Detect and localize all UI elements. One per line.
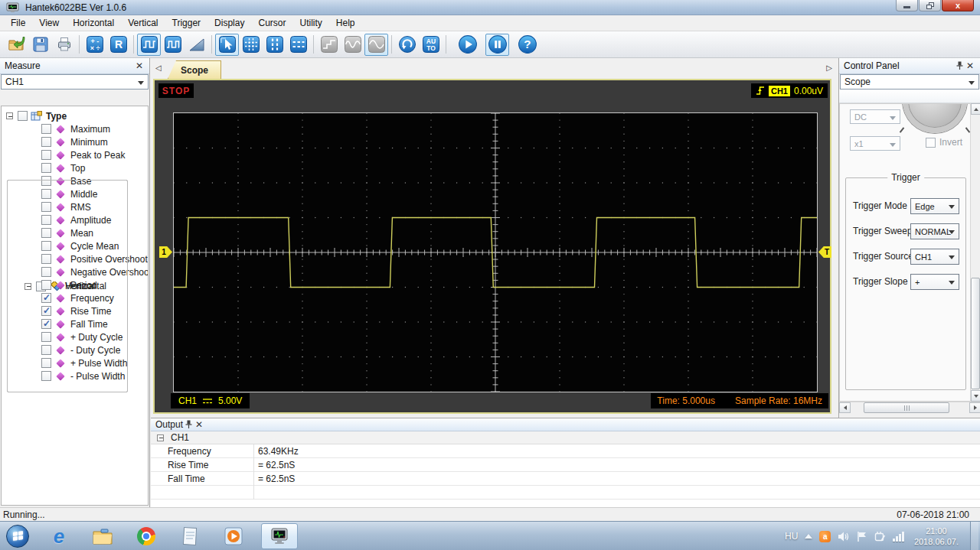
menu-file[interactable]: File [4,16,32,30]
start-button[interactable] [456,34,479,56]
output-pin-button[interactable] [183,419,194,430]
waveform-plot[interactable]: 1 T [173,112,818,392]
measure-checkbox[interactable] [41,137,51,147]
measure-checkbox[interactable] [41,280,51,290]
sine-interpolation-button[interactable] [364,34,388,56]
measure-checkbox[interactable] [41,332,51,342]
measure-checkbox[interactable] [41,345,51,355]
step-interpolation-button[interactable] [317,34,341,56]
measure-channel-select[interactable]: CH1 [1,74,149,89]
measure-checkbox[interactable] [41,358,51,368]
grid-cursor-button[interactable] [239,34,263,56]
tray-expand-icon[interactable] [805,534,812,539]
volume-icon[interactable] [838,531,850,542]
horizontal-scroll-thumb[interactable] [864,402,949,413]
expander-icon[interactable] [24,283,31,290]
menu-cursor[interactable]: Cursor [251,16,292,30]
network-signal-icon[interactable] [893,532,904,542]
trigger-level-marker[interactable]: T [818,246,831,258]
print-button[interactable] [52,34,76,56]
trigger-source-select[interactable]: CH1 [910,249,959,265]
control-panel-horizontal-scrollbar[interactable] [839,402,980,413]
measure-item[interactable]: Peak to Peak [2,148,148,161]
measure-item[interactable]: Maximum [2,122,148,135]
scroll-right-button[interactable] [969,402,980,413]
measure-checkbox[interactable] [41,371,51,381]
close-button[interactable]: x [942,0,974,11]
menu-help[interactable]: Help [329,16,362,30]
autoset-button[interactable]: AU TO [419,34,443,56]
safely-remove-icon[interactable] [874,531,886,542]
measure-tree[interactable]: TypeVerticalMaximumMinimumPeak to PeakTo… [1,106,149,506]
show-desktop-button[interactable] [970,522,978,550]
math-button[interactable]: + - × ÷ [83,34,106,56]
menu-utility[interactable]: Utility [292,16,328,30]
horizontal-cursors-button[interactable] [286,34,310,56]
output-channel-row[interactable]: CH1 [151,431,980,444]
taskbar-media-player[interactable] [222,525,245,548]
ramp-button[interactable] [185,34,208,56]
action-center-flag-icon[interactable] [857,531,867,542]
vertical-scroll-thumb[interactable] [971,278,980,389]
measure-checkbox[interactable]: ✓ [41,319,51,329]
linear-interpolation-button[interactable] [341,34,364,56]
square-wave-button[interactable] [137,34,161,56]
channel1-position-marker[interactable]: 1 [159,246,172,258]
taskbar-file-explorer[interactable] [91,525,114,548]
control-panel-vertical-scrollbar[interactable] [970,103,980,402]
menu-horizontal[interactable]: Horizontal [66,16,121,30]
scroll-up-button[interactable] [971,103,980,115]
measure-item[interactable]: Top [2,161,148,174]
expander-icon[interactable] [6,112,13,119]
measure-close-button[interactable]: ✕ [134,60,145,71]
tree-group-horizontal[interactable]: Horizontal [7,180,128,392]
refresh-button[interactable] [395,34,419,56]
menu-view[interactable]: View [32,16,66,30]
save-button[interactable] [28,34,52,56]
reference-button[interactable]: R [106,34,130,56]
taskbar-internet-explorer[interactable]: e [47,525,70,548]
language-indicator[interactable]: HU [785,531,798,542]
measure-checkbox[interactable] [18,111,28,121]
output-row[interactable]: Rise Time= 62.5nS [151,458,980,472]
measure-checkbox[interactable] [41,124,51,134]
waveform-canvas[interactable] [173,112,818,392]
control-panel-pin-button[interactable] [954,60,965,71]
tab-scroll-right-icon[interactable]: ▷ [826,63,832,72]
tab-scope[interactable]: Scope [168,60,221,79]
measure-checkbox[interactable]: ✓ [41,293,51,303]
trigger-sweep-select[interactable]: NORMAL [910,223,959,239]
pause-button[interactable] [485,34,509,56]
output-row[interactable] [151,486,980,500]
help-button[interactable]: ? [515,34,539,56]
control-panel-mode-select[interactable]: Scope [840,74,979,89]
output-close-button[interactable]: ✕ [194,419,204,430]
pointer-button[interactable] [215,34,239,56]
start-button[interactable] [6,525,29,548]
scroll-left-button[interactable] [839,402,851,413]
acquisition-status-stop[interactable]: STOP [158,83,194,98]
menu-vertical[interactable]: Vertical [121,16,165,30]
tree-item-type[interactable]: Type [2,109,148,122]
measure-checkbox[interactable] [41,150,51,160]
taskbar-active-app[interactable] [261,523,298,549]
tab-scroll-left-icon[interactable]: ◁ [155,63,162,72]
collapse-icon[interactable] [157,434,164,441]
open-button[interactable] [5,34,28,56]
control-panel-close-button[interactable]: ✕ [965,60,975,71]
taskbar-notepad[interactable] [178,525,201,548]
measure-checkbox[interactable] [41,163,51,173]
volts-div-knob[interactable] [903,103,967,133]
measure-checkbox[interactable]: ✓ [41,306,51,316]
output-row[interactable]: Fall Time= 62.5nS [151,472,980,486]
vertical-cursors-button[interactable] [263,34,286,56]
menu-trigger[interactable]: Trigger [165,16,208,30]
trigger-slope-select[interactable]: + [910,274,959,290]
antivirus-tray-icon[interactable]: a [819,531,831,542]
menu-display[interactable]: Display [207,16,251,30]
scroll-down-button[interactable] [971,390,980,402]
trigger-mode-select[interactable]: Edge [910,198,959,214]
restore-button[interactable] [919,0,941,11]
pulse-wave-button[interactable] [161,34,185,56]
minimize-button[interactable] [896,0,918,11]
